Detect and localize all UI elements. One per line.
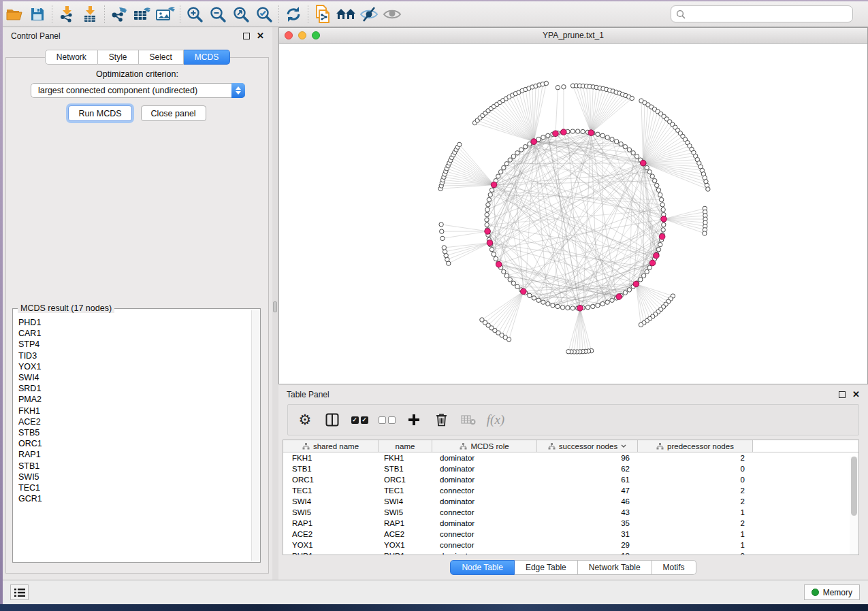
leaf-node[interactable] <box>440 236 445 240</box>
select-all-rows-icon[interactable]: ✓✓ <box>351 410 368 429</box>
network-node[interactable] <box>536 298 541 302</box>
network-node[interactable] <box>627 148 631 152</box>
leaf-node[interactable] <box>639 323 643 327</box>
mcds-node-item[interactable]: TEC1 <box>18 482 251 493</box>
table-row[interactable]: RAP1RAP1dominator352 <box>283 518 858 529</box>
mcds-node-item[interactable]: STP4 <box>18 339 251 350</box>
dominator-node[interactable] <box>640 160 646 166</box>
table-row[interactable]: ACE2ACE2connector311 <box>283 529 858 540</box>
network-node[interactable] <box>650 174 654 178</box>
export-table-icon[interactable] <box>131 4 154 24</box>
leaf-node[interactable] <box>440 229 444 233</box>
zoom-out-icon[interactable] <box>206 4 229 24</box>
network-node[interactable] <box>639 278 643 282</box>
column-header-name[interactable]: name <box>379 440 432 452</box>
leaf-node[interactable] <box>442 246 446 250</box>
network-node[interactable] <box>546 301 550 306</box>
network-node[interactable] <box>605 135 609 139</box>
network-node[interactable] <box>489 188 494 192</box>
leaf-node[interactable] <box>556 85 560 89</box>
network-node[interactable] <box>610 298 614 302</box>
network-node[interactable] <box>504 274 509 278</box>
network-node[interactable] <box>494 257 498 261</box>
mcds-node-item[interactable]: STB1 <box>18 461 251 472</box>
network-node[interactable] <box>504 162 509 166</box>
network-node[interactable] <box>566 306 570 310</box>
dominator-node[interactable] <box>531 139 537 145</box>
import-network-icon[interactable] <box>55 4 78 24</box>
mcds-node-item[interactable]: TID3 <box>18 350 251 361</box>
splitter-handle-icon[interactable] <box>273 301 277 312</box>
network-node[interactable] <box>658 193 662 197</box>
zoom-fit-icon[interactable] <box>229 4 253 24</box>
network-node[interactable] <box>541 300 545 304</box>
leaf-node[interactable] <box>562 85 566 89</box>
network-node[interactable] <box>502 269 506 274</box>
network-node[interactable] <box>560 305 564 309</box>
tab-network-table[interactable]: Network Table <box>578 560 652 575</box>
network-node[interactable] <box>585 305 590 309</box>
network-node[interactable] <box>661 208 665 212</box>
tab-edge-table[interactable]: Edge Table <box>515 560 578 575</box>
task-history-list-icon[interactable] <box>10 584 29 600</box>
table-row[interactable]: SWI4SWI4dominator462 <box>283 496 858 507</box>
column-display-icon[interactable] <box>323 410 341 429</box>
mcds-node-item[interactable]: SRD1 <box>18 383 251 394</box>
network-node[interactable] <box>488 193 492 197</box>
network-node[interactable] <box>623 144 627 148</box>
dominator-node[interactable] <box>577 306 583 312</box>
table-scrollbar[interactable] <box>850 457 858 555</box>
mcds-node-item[interactable]: YOX1 <box>18 361 251 372</box>
network-node[interactable] <box>605 300 609 304</box>
close-panel-icon[interactable]: ✕ <box>852 391 860 398</box>
column-header-predecessor-nodes[interactable]: predecessor nodes <box>638 440 753 452</box>
network-node[interactable] <box>652 178 656 182</box>
table-row[interactable]: FKH1FKH1dominator962 <box>283 452 858 463</box>
table-row[interactable]: SWI5SWI5connector431 <box>283 507 858 518</box>
dominator-node[interactable] <box>487 240 493 246</box>
network-node[interactable] <box>556 304 560 308</box>
tab-style[interactable]: Style <box>98 50 139 65</box>
column-header-successor-nodes[interactable]: successor nodes <box>537 440 638 452</box>
float-panel-icon[interactable] <box>243 33 250 39</box>
network-node[interactable] <box>523 144 527 148</box>
dominator-node[interactable] <box>633 281 639 287</box>
float-panel-icon[interactable] <box>839 391 846 398</box>
tab-node-table[interactable]: Node Table <box>450 560 515 575</box>
mcds-node-item[interactable]: SWI5 <box>18 472 251 482</box>
dominator-node[interactable] <box>496 261 502 267</box>
network-node[interactable] <box>528 293 532 297</box>
zoom-selected-icon[interactable] <box>253 4 276 24</box>
mcds-node-item[interactable]: SWI4 <box>18 372 251 383</box>
export-network-icon[interactable] <box>108 4 131 24</box>
vertical-splitter[interactable] <box>272 27 278 580</box>
close-panel-icon[interactable]: ✕ <box>257 33 264 39</box>
dominator-node[interactable] <box>616 294 622 300</box>
leaf-node[interactable] <box>706 187 710 191</box>
dominator-node[interactable] <box>485 229 491 235</box>
show-all-eye-icon[interactable] <box>381 4 404 24</box>
network-node[interactable] <box>485 212 489 216</box>
first-neighbors-houses-icon[interactable] <box>334 4 357 24</box>
mcds-node-item[interactable]: FKH1 <box>18 406 251 416</box>
clone-network-pages-icon[interactable] <box>311 4 334 24</box>
tab-mcds[interactable]: MCDS <box>184 50 230 65</box>
network-node[interactable] <box>515 151 519 155</box>
network-node[interactable] <box>508 278 512 282</box>
table-row[interactable]: YOX1YOX1connector291 <box>283 540 858 550</box>
network-node[interactable] <box>634 154 639 159</box>
network-node[interactable] <box>660 203 664 207</box>
network-node[interactable] <box>532 296 536 300</box>
table-row[interactable]: ORC1ORC1dominator610 <box>283 474 858 485</box>
dominator-node[interactable] <box>561 129 567 135</box>
network-node[interactable] <box>610 137 614 142</box>
import-table-icon[interactable] <box>78 4 101 24</box>
run-mcds-button[interactable]: Run MCDS <box>68 105 131 121</box>
network-node[interactable] <box>661 228 665 232</box>
network-node[interactable] <box>570 129 575 133</box>
dominator-node[interactable] <box>654 252 660 259</box>
network-node[interactable] <box>581 129 585 133</box>
network-node[interactable] <box>631 151 635 155</box>
optimization-criterion-select[interactable]: largest connected component (undirected) <box>31 83 245 98</box>
export-image-icon[interactable] <box>154 4 177 24</box>
